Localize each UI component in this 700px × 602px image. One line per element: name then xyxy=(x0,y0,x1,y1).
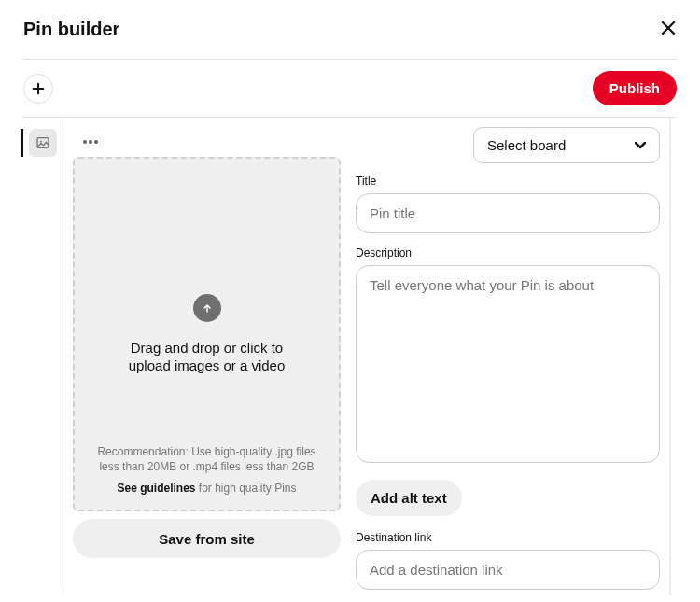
add-pin-button[interactable] xyxy=(23,74,53,104)
destination-label: Destination link xyxy=(356,531,660,544)
close-icon[interactable] xyxy=(660,20,677,40)
left-column: Drag and drop or click to upload images … xyxy=(73,127,341,595)
guidelines-text: for high quality Pins xyxy=(195,482,296,495)
title-label: Title xyxy=(356,175,660,188)
svg-point-3 xyxy=(89,140,92,144)
header: Pin builder xyxy=(0,0,700,59)
pin-editor-card: Drag and drop or click to upload images … xyxy=(63,118,670,595)
upload-instruction: Drag and drop or click to upload images … xyxy=(114,339,301,375)
description-input[interactable] xyxy=(356,265,660,463)
upload-dropzone[interactable]: Drag and drop or click to upload images … xyxy=(73,157,341,511)
board-select-label: Select board xyxy=(487,137,566,153)
main: Drag and drop or click to upload images … xyxy=(0,118,700,595)
description-label: Description xyxy=(356,246,660,259)
pin-thumbnail-button[interactable] xyxy=(29,129,57,157)
svg-point-1 xyxy=(40,141,42,143)
save-from-site-button[interactable]: Save from site xyxy=(73,519,341,558)
upload-footer: Recommendation: Use high-quality .jpg fi… xyxy=(88,444,326,497)
svg-point-2 xyxy=(83,140,87,144)
board-select[interactable]: Select board xyxy=(473,127,660,163)
plus-icon xyxy=(31,81,46,96)
publish-button[interactable]: Publish xyxy=(593,71,677,105)
svg-point-4 xyxy=(94,140,98,144)
guidelines-link[interactable]: See guidelines xyxy=(117,482,195,495)
scrollbar[interactable] xyxy=(670,118,679,595)
page-title: Pin builder xyxy=(23,19,119,40)
more-options-button[interactable] xyxy=(73,127,341,157)
right-column: Select board Title Description Add alt t… xyxy=(356,127,660,595)
guidelines-line: See guidelines for high quality Pins xyxy=(88,481,326,497)
destination-input[interactable] xyxy=(356,550,660,590)
upload-recommendation: Recommendation: Use high-quality .jpg fi… xyxy=(88,444,326,476)
ellipsis-icon xyxy=(82,139,99,145)
chevron-down-icon xyxy=(635,139,646,152)
image-icon xyxy=(35,135,50,150)
add-alt-text-button[interactable]: Add alt text xyxy=(356,480,462,516)
title-input[interactable] xyxy=(356,193,660,233)
upload-icon xyxy=(193,294,221,322)
toolbar: Publish xyxy=(0,60,700,117)
